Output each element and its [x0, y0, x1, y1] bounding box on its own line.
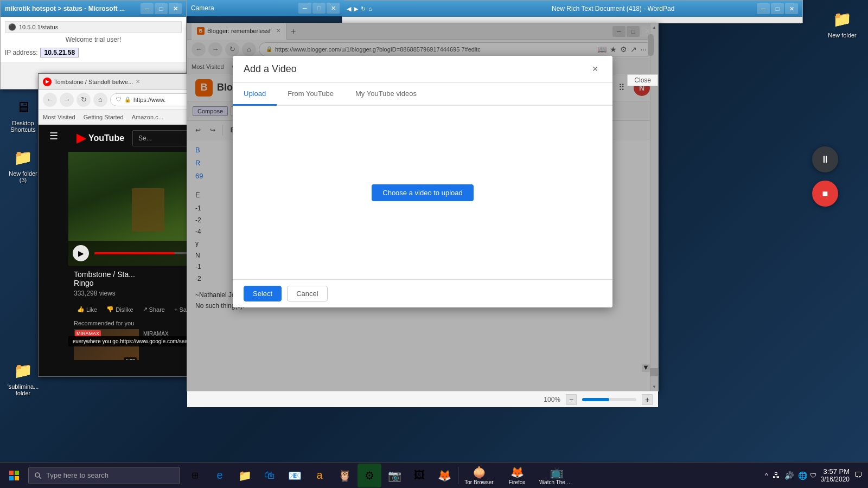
- taskbar-orange-icon[interactable]: 🦊: [432, 464, 456, 487]
- dialog-tab-upload[interactable]: Upload: [233, 83, 277, 106]
- desktop-icon-subliminal[interactable]: 📁 'sublimina... folder: [3, 357, 43, 399]
- desktop-icon-new-folder-3[interactable]: 📁 New folder (3): [3, 144, 43, 186]
- pause-icon: ⏸: [820, 154, 830, 165]
- taskbar-quick-icons: ⊞ e 📁 🛍 📧 a 🦉 ⚙ 📷 🖼 🦊: [183, 464, 456, 487]
- yt-logo: ▶ YouTube: [76, 131, 124, 145]
- taskbar-task-view[interactable]: ⊞: [183, 464, 207, 487]
- wordpad-home[interactable]: ⌂: [368, 5, 372, 12]
- taskbar-app-redpill[interactable]: 📺 Watch The Red Pill 20...: [536, 465, 578, 486]
- tray-network-icon[interactable]: 🖧: [773, 471, 780, 480]
- taskbar-green-icon[interactable]: ⚙: [358, 464, 381, 487]
- mikrotik-maximize-btn[interactable]: □: [155, 3, 168, 14]
- yt-back-btn[interactable]: ←: [43, 93, 57, 107]
- svg-rect-3: [15, 476, 19, 480]
- yt-tab-title: Tombstone / Standoff betwe...: [54, 79, 133, 85]
- tray-show-hidden[interactable]: ^: [765, 472, 768, 479]
- start-button[interactable]: [0, 463, 28, 489]
- new-folder-icon: 📁: [832, 8, 853, 30]
- mikrotik-close-btn[interactable]: ✕: [169, 3, 182, 14]
- wordpad-nav-left[interactable]: ◀: [347, 5, 351, 12]
- wordpad-title: New Rich Text Document (418) - WordPad: [552, 5, 757, 12]
- yt-home-btn[interactable]: ⌂: [93, 93, 107, 107]
- mikrotik-ip-value: 10.5.21.58: [40, 48, 79, 57]
- taskbar-mail-icon[interactable]: 📧: [283, 464, 307, 487]
- subliminal-label: 'sublimina... folder: [5, 383, 41, 396]
- dialog-select-btn[interactable]: Select: [244, 286, 282, 301]
- dialog-cancel-btn[interactable]: Cancel: [287, 286, 327, 301]
- desktop-icon-new-folder[interactable]: 📁 New folder: [822, 5, 863, 41]
- yt-like-btn[interactable]: 👍 Like: [74, 304, 100, 314]
- yt-shield-icon: 🛡: [116, 97, 122, 102]
- taskbar-tripadvisor-icon[interactable]: 🦉: [333, 464, 356, 487]
- windows-logo-icon: [9, 471, 19, 480]
- recording-stop-btn[interactable]: ■: [812, 181, 838, 207]
- blogger-close-btn[interactable]: Close: [627, 74, 658, 86]
- tray-win-defender: 🛡: [810, 472, 816, 479]
- svg-point-4: [35, 473, 40, 477]
- hamburger-icon: ☰: [49, 130, 58, 142]
- yt-play-btn[interactable]: ▶: [73, 245, 89, 261]
- camera-minimize[interactable]: ─: [298, 3, 311, 14]
- camera-maximize[interactable]: □: [312, 3, 326, 14]
- blogger-zoom-out-btn[interactable]: −: [566, 394, 577, 405]
- bookmark-amazon[interactable]: Amazon.c...: [132, 114, 163, 120]
- new-folder-label: New folder: [828, 32, 857, 38]
- yt-sidebar: ☰: [39, 125, 68, 360]
- yt-sidebar-menu[interactable]: ☰: [49, 130, 58, 142]
- tray-notifications[interactable]: 🌐 🛡: [798, 471, 816, 480]
- wordpad-minimize[interactable]: ─: [757, 3, 770, 14]
- taskbar-app-firefox[interactable]: 🦊 Firefox: [498, 465, 536, 486]
- svg-rect-0: [9, 471, 14, 475]
- taskbar-photos-icon[interactable]: 🖼: [407, 464, 431, 487]
- taskbar-clock[interactable]: 3:57 PM 3/16/2020: [821, 467, 850, 483]
- svg-rect-1: [15, 471, 19, 475]
- new-folder-3-label: New folder (3): [5, 170, 41, 183]
- dialog-tabs: Upload From YouTube My YouTube videos: [233, 83, 612, 106]
- taskbar-search-box[interactable]: Type here to search: [28, 467, 180, 484]
- yt-rec-duration: 1:09: [124, 357, 137, 360]
- wordpad-nav-right[interactable]: ▶: [354, 5, 358, 12]
- bookmark-getting-started[interactable]: Getting Started: [84, 114, 124, 120]
- taskbar-store-icon[interactable]: 🛍: [258, 464, 282, 487]
- dialog-tab-my-videos[interactable]: My YouTube videos: [344, 83, 427, 106]
- mikrotik-titlebar: mikrotik hotspot > status - Microsoft ..…: [1, 1, 186, 17]
- yt-refresh-btn[interactable]: ↻: [76, 93, 91, 107]
- yt-progress-fill: [94, 252, 175, 254]
- taskbar-explorer-icon[interactable]: 📁: [233, 464, 257, 487]
- taskbar-edge-icon[interactable]: e: [208, 464, 232, 487]
- tray-volume-icon[interactable]: 🔊: [784, 471, 794, 480]
- wordpad-close[interactable]: ✕: [785, 3, 798, 14]
- yt-dislike-btn[interactable]: 👎 Dislike: [103, 304, 136, 314]
- yt-logo-icon: ▶: [76, 131, 86, 145]
- yt-favicon: ▶: [43, 78, 52, 86]
- bookmark-most-visited[interactable]: Most Visited: [43, 114, 75, 120]
- mikrotik-window-controls: ─ □ ✕: [141, 3, 182, 14]
- blogger-close-area: Close: [627, 74, 658, 86]
- mikrotik-minimize-btn[interactable]: ─: [141, 3, 154, 14]
- taskbar-app-tor[interactable]: 🧅 Tor Browser: [460, 465, 498, 486]
- yt-forward-btn[interactable]: →: [60, 93, 74, 107]
- yt-tab-close[interactable]: ✕: [136, 79, 140, 85]
- yt-share-btn[interactable]: ↗ Share: [139, 304, 168, 314]
- firefox-label: Firefox: [509, 479, 526, 485]
- camera-close[interactable]: ✕: [327, 3, 340, 14]
- wordpad-refresh[interactable]: ↻: [361, 5, 366, 12]
- taskbar: Type here to search ⊞ e 📁 🛍 📧 a 🦉 ⚙ 📷 🖼: [0, 462, 868, 488]
- desktop-icon-shortcuts[interactable]: 🖥 Desktop Shortcuts: [3, 93, 43, 136]
- dialog-close-btn[interactable]: ×: [589, 63, 602, 76]
- redpill-icon: 📺: [550, 466, 564, 479]
- recording-pause-btn[interactable]: ⏸: [812, 146, 838, 172]
- taskbar-camera-icon[interactable]: 📷: [382, 464, 406, 487]
- yt-search-text: Se...: [138, 134, 152, 142]
- blogger-zoom-in-btn[interactable]: +: [642, 394, 653, 405]
- blogger-zoom-slider[interactable]: [582, 398, 636, 401]
- new-folder-3-icon: 📁: [12, 146, 34, 168]
- action-center-icon[interactable]: 🗨: [854, 471, 863, 480]
- camera-controls: ─ □ ✕: [298, 3, 340, 14]
- firefox-icon: 🦊: [510, 466, 524, 479]
- wordpad-maximize[interactable]: □: [771, 3, 784, 14]
- taskbar-amazon-icon[interactable]: a: [308, 464, 331, 487]
- dialog-choose-video-btn[interactable]: Choose a video to upload: [372, 184, 473, 201]
- dialog-tab-from-youtube[interactable]: From YouTube: [277, 83, 344, 106]
- stop-icon: ■: [822, 188, 828, 200]
